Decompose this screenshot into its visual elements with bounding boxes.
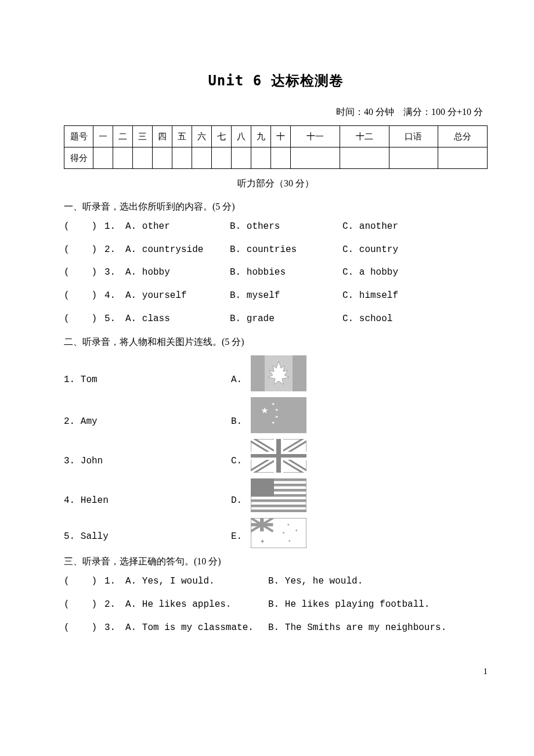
- mcq-item: ( ) 5. A. class B. grade C. school: [64, 312, 488, 327]
- row2-label: 得分: [64, 147, 93, 168]
- mcq-item: ( ) 2. A. He likes apples. B. He likes p…: [64, 597, 488, 613]
- score-cell[interactable]: [113, 147, 133, 168]
- item-num: 2.: [104, 597, 125, 613]
- section3-items: ( ) 1. A. Yes, I would. B. Yes, he would…: [64, 574, 488, 635]
- match-name: 5. Sally: [64, 530, 231, 548]
- col-9: 九: [251, 125, 271, 147]
- svg-text:✦: ✦: [260, 537, 265, 546]
- col-6: 六: [192, 125, 212, 147]
- match-letter: A.: [231, 373, 251, 391]
- option-a: A. yourself: [125, 289, 230, 304]
- svg-text:★: ★: [261, 404, 268, 417]
- match-name: 4. Helen: [64, 494, 231, 512]
- row1-label: 题号: [64, 125, 93, 147]
- option-c: C. another: [342, 219, 488, 235]
- option-b: B. hobbies: [230, 265, 342, 280]
- option-b: B. others: [230, 219, 342, 235]
- option-c: C. a hobby: [342, 265, 488, 280]
- mcq-item: ( ) 2. A. countryside B. countries C. co…: [64, 243, 488, 258]
- col-2: 二: [113, 125, 133, 147]
- answer-blank[interactable]: ( ): [64, 289, 104, 304]
- option-a: A. other: [125, 219, 230, 235]
- score-cell[interactable]: [172, 147, 192, 168]
- option-a: A. Tom is my classmate.: [125, 621, 268, 636]
- option-b: B. He likes playing football.: [268, 597, 488, 613]
- score-cell[interactable]: [271, 147, 291, 168]
- match-name: 1. Tom: [64, 373, 231, 391]
- score-cell[interactable]: [192, 147, 212, 168]
- match-item: 4. Helen D.: [64, 478, 488, 512]
- mcq-item: ( ) 1. A. other B. others C. another: [64, 219, 488, 235]
- match-name: 2. Amy: [64, 415, 231, 433]
- col-12: 十二: [340, 125, 389, 147]
- svg-rect-16: [251, 454, 306, 458]
- option-b: B. Yes, he would.: [268, 574, 488, 589]
- page-title: Unit 6 达标检测卷: [64, 70, 488, 92]
- answer-blank[interactable]: ( ): [64, 621, 104, 636]
- flag-australia-icon: ✦ ✦ ✦ ✦ ✦: [251, 518, 306, 548]
- option-b: B. myself: [230, 289, 342, 304]
- section1-heading: 一、听录音，选出你所听到的内容。(5 分): [64, 199, 488, 214]
- score-cell[interactable]: [340, 147, 389, 168]
- col-10: 十: [271, 125, 291, 147]
- option-a: A. countryside: [125, 243, 230, 258]
- flag-canada-icon: [251, 355, 306, 391]
- page-number: 1: [64, 664, 488, 678]
- col-11: 十一: [291, 125, 340, 147]
- svg-rect-23: [251, 505, 306, 507]
- svg-text:★: ★: [272, 401, 275, 407]
- score-cell[interactable]: [389, 147, 438, 168]
- match-letter: B.: [231, 415, 251, 433]
- option-a: A. class: [125, 312, 230, 327]
- score-cell[interactable]: [133, 147, 153, 168]
- svg-text:✦: ✦: [287, 522, 290, 528]
- match-letter: C.: [231, 454, 251, 473]
- listening-header: 听力部分（30 分）: [64, 176, 488, 191]
- flag-usa-icon: [251, 478, 306, 512]
- mcq-item: ( ) 3. A. Tom is my classmate. B. The Sm…: [64, 621, 488, 636]
- col-13: 口语: [389, 125, 438, 147]
- answer-blank[interactable]: ( ): [64, 597, 104, 613]
- option-a: A. hobby: [125, 265, 230, 280]
- score-cell[interactable]: [438, 147, 488, 168]
- col-5: 五: [172, 125, 192, 147]
- score-cell[interactable]: [93, 147, 113, 168]
- match-item: 2. Amy B. ★ ★ ★ ★ ★: [64, 397, 488, 433]
- section3-heading: 三、听录音，选择正确的答句。(10 分): [64, 554, 488, 569]
- score-cell[interactable]: [232, 147, 251, 168]
- svg-text:✦: ✦: [282, 530, 286, 536]
- section2-heading: 二、听录音，将人物和相关图片连线。(5 分): [64, 334, 488, 350]
- item-num: 4.: [104, 289, 125, 304]
- flag-china-icon: ★ ★ ★ ★ ★: [251, 397, 306, 433]
- svg-text:✦: ✦: [295, 528, 298, 534]
- answer-blank[interactable]: ( ): [64, 312, 104, 327]
- col-4: 四: [153, 125, 172, 147]
- item-num: 5.: [104, 312, 125, 327]
- score-cell[interactable]: [212, 147, 232, 168]
- option-c: C. school: [342, 312, 488, 327]
- col-7: 七: [212, 125, 232, 147]
- section2-items: 1. Tom A. 2. Amy B. ★ ★ ★ ★ ★ 3. John C.: [64, 355, 488, 548]
- svg-text:★: ★: [275, 407, 279, 413]
- score-cell[interactable]: [291, 147, 340, 168]
- answer-blank[interactable]: ( ): [64, 219, 104, 235]
- match-letter: D.: [231, 494, 251, 512]
- answer-blank[interactable]: ( ): [64, 574, 104, 589]
- score-cell[interactable]: [251, 147, 271, 168]
- mcq-item: ( ) 3. A. hobby B. hobbies C. a hobby: [64, 265, 488, 280]
- svg-rect-22: [251, 499, 306, 502]
- match-letter: E.: [231, 530, 251, 548]
- score-cell[interactable]: [153, 147, 172, 168]
- section1-items: ( ) 1. A. other B. others C. another ( )…: [64, 219, 488, 326]
- option-b: B. grade: [230, 312, 342, 327]
- match-item: 1. Tom A.: [64, 355, 488, 391]
- svg-text:✦: ✦: [288, 538, 291, 544]
- svg-rect-30: [251, 523, 273, 527]
- answer-blank[interactable]: ( ): [64, 243, 104, 258]
- match-item: 5. Sally E. ✦ ✦ ✦ ✦ ✦: [64, 518, 488, 548]
- col-8: 八: [232, 125, 251, 147]
- answer-blank[interactable]: ( ): [64, 265, 104, 280]
- item-num: 2.: [104, 243, 125, 258]
- option-b: B. countries: [230, 243, 342, 258]
- option-c: C. himself: [342, 289, 488, 304]
